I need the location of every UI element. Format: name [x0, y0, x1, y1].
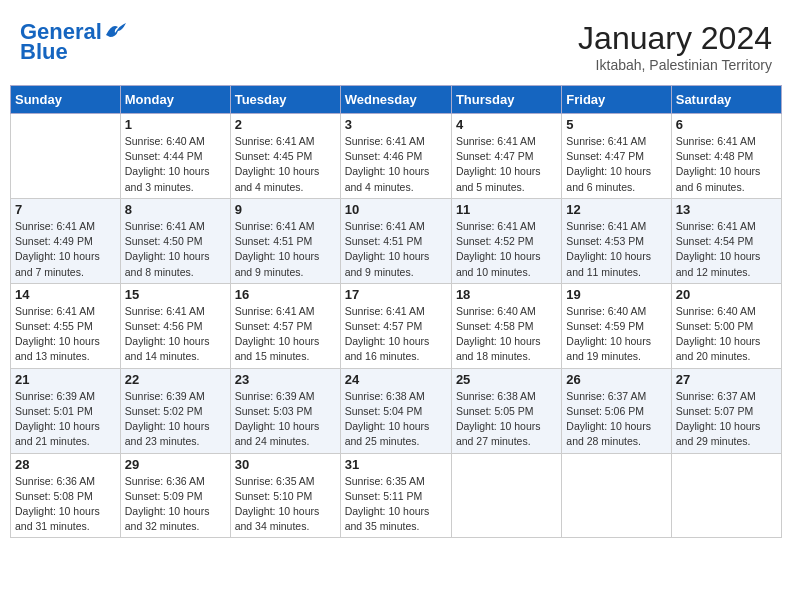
day-number: 12 — [566, 202, 666, 217]
day-info: Sunrise: 6:37 AMSunset: 5:07 PMDaylight:… — [676, 389, 777, 450]
day-number: 10 — [345, 202, 447, 217]
day-info: Sunrise: 6:41 AMSunset: 4:50 PMDaylight:… — [125, 219, 226, 280]
day-info: Sunrise: 6:39 AMSunset: 5:02 PMDaylight:… — [125, 389, 226, 450]
weekday-header-monday: Monday — [120, 86, 230, 114]
weekday-header-friday: Friday — [562, 86, 671, 114]
day-info: Sunrise: 6:41 AMSunset: 4:55 PMDaylight:… — [15, 304, 116, 365]
location-text: Iktabah, Palestinian Territory — [578, 57, 772, 73]
calendar-cell: 30Sunrise: 6:35 AMSunset: 5:10 PMDayligh… — [230, 453, 340, 538]
day-info: Sunrise: 6:41 AMSunset: 4:54 PMDaylight:… — [676, 219, 777, 280]
calendar-cell: 8Sunrise: 6:41 AMSunset: 4:50 PMDaylight… — [120, 198, 230, 283]
weekday-header-saturday: Saturday — [671, 86, 781, 114]
day-number: 2 — [235, 117, 336, 132]
calendar-cell: 26Sunrise: 6:37 AMSunset: 5:06 PMDayligh… — [562, 368, 671, 453]
day-number: 22 — [125, 372, 226, 387]
day-info: Sunrise: 6:41 AMSunset: 4:52 PMDaylight:… — [456, 219, 557, 280]
day-info: Sunrise: 6:41 AMSunset: 4:46 PMDaylight:… — [345, 134, 447, 195]
calendar-cell: 11Sunrise: 6:41 AMSunset: 4:52 PMDayligh… — [451, 198, 561, 283]
day-number: 4 — [456, 117, 557, 132]
calendar-header-row: SundayMondayTuesdayWednesdayThursdayFrid… — [11, 86, 782, 114]
calendar-cell: 1Sunrise: 6:40 AMSunset: 4:44 PMDaylight… — [120, 114, 230, 199]
calendar-week-row: 28Sunrise: 6:36 AMSunset: 5:08 PMDayligh… — [11, 453, 782, 538]
day-info: Sunrise: 6:41 AMSunset: 4:47 PMDaylight:… — [566, 134, 666, 195]
calendar-cell: 28Sunrise: 6:36 AMSunset: 5:08 PMDayligh… — [11, 453, 121, 538]
day-info: Sunrise: 6:41 AMSunset: 4:57 PMDaylight:… — [345, 304, 447, 365]
calendar-cell: 25Sunrise: 6:38 AMSunset: 5:05 PMDayligh… — [451, 368, 561, 453]
day-info: Sunrise: 6:41 AMSunset: 4:48 PMDaylight:… — [676, 134, 777, 195]
day-info: Sunrise: 6:36 AMSunset: 5:08 PMDaylight:… — [15, 474, 116, 535]
calendar-cell: 21Sunrise: 6:39 AMSunset: 5:01 PMDayligh… — [11, 368, 121, 453]
day-info: Sunrise: 6:38 AMSunset: 5:05 PMDaylight:… — [456, 389, 557, 450]
day-number: 3 — [345, 117, 447, 132]
day-number: 18 — [456, 287, 557, 302]
logo-blue-text: Blue — [20, 40, 68, 64]
day-info: Sunrise: 6:41 AMSunset: 4:53 PMDaylight:… — [566, 219, 666, 280]
calendar-cell: 4Sunrise: 6:41 AMSunset: 4:47 PMDaylight… — [451, 114, 561, 199]
day-number: 20 — [676, 287, 777, 302]
day-info: Sunrise: 6:40 AMSunset: 4:58 PMDaylight:… — [456, 304, 557, 365]
day-number: 26 — [566, 372, 666, 387]
calendar-table: SundayMondayTuesdayWednesdayThursdayFrid… — [10, 85, 782, 538]
day-number: 14 — [15, 287, 116, 302]
calendar-cell: 6Sunrise: 6:41 AMSunset: 4:48 PMDaylight… — [671, 114, 781, 199]
day-number: 7 — [15, 202, 116, 217]
day-number: 5 — [566, 117, 666, 132]
day-number: 25 — [456, 372, 557, 387]
day-info: Sunrise: 6:40 AMSunset: 5:00 PMDaylight:… — [676, 304, 777, 365]
day-info: Sunrise: 6:37 AMSunset: 5:06 PMDaylight:… — [566, 389, 666, 450]
calendar-cell: 23Sunrise: 6:39 AMSunset: 5:03 PMDayligh… — [230, 368, 340, 453]
calendar-cell — [11, 114, 121, 199]
calendar-cell: 20Sunrise: 6:40 AMSunset: 5:00 PMDayligh… — [671, 283, 781, 368]
day-info: Sunrise: 6:41 AMSunset: 4:51 PMDaylight:… — [235, 219, 336, 280]
calendar-cell: 12Sunrise: 6:41 AMSunset: 4:53 PMDayligh… — [562, 198, 671, 283]
day-number: 8 — [125, 202, 226, 217]
day-info: Sunrise: 6:35 AMSunset: 5:11 PMDaylight:… — [345, 474, 447, 535]
day-number: 23 — [235, 372, 336, 387]
calendar-cell — [562, 453, 671, 538]
day-info: Sunrise: 6:41 AMSunset: 4:47 PMDaylight:… — [456, 134, 557, 195]
calendar-cell: 24Sunrise: 6:38 AMSunset: 5:04 PMDayligh… — [340, 368, 451, 453]
day-info: Sunrise: 6:41 AMSunset: 4:57 PMDaylight:… — [235, 304, 336, 365]
calendar-cell: 17Sunrise: 6:41 AMSunset: 4:57 PMDayligh… — [340, 283, 451, 368]
calendar-cell: 18Sunrise: 6:40 AMSunset: 4:58 PMDayligh… — [451, 283, 561, 368]
calendar-cell: 5Sunrise: 6:41 AMSunset: 4:47 PMDaylight… — [562, 114, 671, 199]
day-number: 9 — [235, 202, 336, 217]
title-block: January 2024 Iktabah, Palestinian Territ… — [578, 20, 772, 73]
calendar-cell: 15Sunrise: 6:41 AMSunset: 4:56 PMDayligh… — [120, 283, 230, 368]
calendar-week-row: 21Sunrise: 6:39 AMSunset: 5:01 PMDayligh… — [11, 368, 782, 453]
calendar-cell: 19Sunrise: 6:40 AMSunset: 4:59 PMDayligh… — [562, 283, 671, 368]
day-number: 11 — [456, 202, 557, 217]
day-info: Sunrise: 6:38 AMSunset: 5:04 PMDaylight:… — [345, 389, 447, 450]
page-header: General Blue January 2024 Iktabah, Pales… — [10, 10, 782, 81]
day-number: 24 — [345, 372, 447, 387]
day-number: 28 — [15, 457, 116, 472]
calendar-cell: 31Sunrise: 6:35 AMSunset: 5:11 PMDayligh… — [340, 453, 451, 538]
weekday-header-thursday: Thursday — [451, 86, 561, 114]
day-info: Sunrise: 6:41 AMSunset: 4:51 PMDaylight:… — [345, 219, 447, 280]
day-number: 15 — [125, 287, 226, 302]
day-number: 19 — [566, 287, 666, 302]
day-info: Sunrise: 6:40 AMSunset: 4:44 PMDaylight:… — [125, 134, 226, 195]
day-info: Sunrise: 6:41 AMSunset: 4:45 PMDaylight:… — [235, 134, 336, 195]
day-number: 31 — [345, 457, 447, 472]
calendar-cell: 7Sunrise: 6:41 AMSunset: 4:49 PMDaylight… — [11, 198, 121, 283]
calendar-cell: 3Sunrise: 6:41 AMSunset: 4:46 PMDaylight… — [340, 114, 451, 199]
calendar-cell — [451, 453, 561, 538]
month-title: January 2024 — [578, 20, 772, 57]
calendar-cell: 9Sunrise: 6:41 AMSunset: 4:51 PMDaylight… — [230, 198, 340, 283]
calendar-cell: 27Sunrise: 6:37 AMSunset: 5:07 PMDayligh… — [671, 368, 781, 453]
day-number: 29 — [125, 457, 226, 472]
calendar-week-row: 1Sunrise: 6:40 AMSunset: 4:44 PMDaylight… — [11, 114, 782, 199]
weekday-header-tuesday: Tuesday — [230, 86, 340, 114]
calendar-week-row: 7Sunrise: 6:41 AMSunset: 4:49 PMDaylight… — [11, 198, 782, 283]
weekday-header-wednesday: Wednesday — [340, 86, 451, 114]
day-number: 16 — [235, 287, 336, 302]
calendar-cell: 10Sunrise: 6:41 AMSunset: 4:51 PMDayligh… — [340, 198, 451, 283]
day-info: Sunrise: 6:36 AMSunset: 5:09 PMDaylight:… — [125, 474, 226, 535]
day-info: Sunrise: 6:39 AMSunset: 5:03 PMDaylight:… — [235, 389, 336, 450]
day-number: 13 — [676, 202, 777, 217]
logo: General Blue — [20, 20, 126, 64]
day-info: Sunrise: 6:41 AMSunset: 4:56 PMDaylight:… — [125, 304, 226, 365]
calendar-cell: 29Sunrise: 6:36 AMSunset: 5:09 PMDayligh… — [120, 453, 230, 538]
calendar-cell: 2Sunrise: 6:41 AMSunset: 4:45 PMDaylight… — [230, 114, 340, 199]
